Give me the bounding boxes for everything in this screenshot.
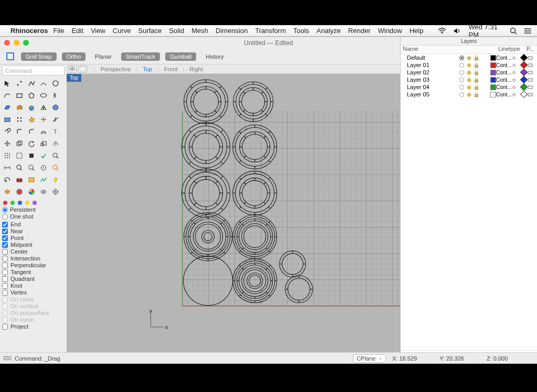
tool-points-on[interactable] — [14, 114, 25, 125]
layer-linetype[interactable]: Cont...◇ — [496, 55, 521, 61]
menu-solid[interactable]: Solid — [169, 27, 184, 35]
tool-zoom-extents[interactable] — [26, 162, 37, 173]
layer-color-swatch[interactable] — [490, 55, 496, 61]
tool-analyze[interactable] — [38, 175, 49, 185]
tool-rectangle[interactable] — [14, 90, 25, 101]
tool-properties[interactable] — [14, 187, 25, 197]
tool-chamfer[interactable] — [26, 126, 37, 137]
layer-color-swatch[interactable] — [490, 62, 496, 68]
tool-pointer[interactable] — [2, 78, 13, 89]
tool-zoom-selected[interactable] — [50, 162, 61, 173]
layer-color-swatch[interactable] — [490, 77, 496, 83]
sidebar-toggle-icon[interactable] — [4, 51, 16, 62]
menu-surface[interactable]: Surface — [138, 27, 162, 35]
menubar-clock[interactable]: Wed 7:31 PM — [468, 23, 502, 39]
tool-extrude[interactable] — [14, 102, 25, 113]
tool-join[interactable] — [2, 126, 13, 137]
menu-file[interactable]: File — [53, 27, 65, 35]
layer-print-width-icon[interactable] — [528, 84, 533, 90]
cplane-dropdown[interactable]: CPlane⌄ — [353, 354, 386, 363]
layer-print-color[interactable] — [520, 54, 528, 61]
tool-split[interactable] — [50, 114, 61, 125]
layer-lock-icon[interactable] — [474, 84, 479, 90]
layer-visible-icon[interactable] — [466, 62, 472, 68]
tool-render[interactable] — [14, 175, 25, 185]
tool-copy[interactable] — [14, 138, 25, 149]
app-name[interactable]: Rhinoceros — [10, 27, 48, 35]
viewport-layout-1[interactable] — [78, 66, 87, 73]
layer-current-icon[interactable] — [459, 70, 465, 75]
layer-print-color[interactable] — [520, 61, 528, 69]
tool-curve[interactable] — [38, 78, 49, 89]
tool-layers[interactable] — [2, 187, 13, 197]
layer-color-swatch[interactable] — [490, 84, 496, 90]
tool-arc[interactable] — [2, 90, 13, 101]
tool-rotate[interactable] — [26, 138, 37, 149]
tool-ellipse[interactable] — [38, 90, 49, 101]
layer-print-color[interactable] — [520, 69, 528, 76]
tool-text[interactable]: T — [50, 126, 61, 137]
tool-surface[interactable] — [2, 102, 13, 113]
layer-color-swatch[interactable] — [490, 92, 496, 97]
tool-light[interactable] — [50, 175, 61, 185]
layers-col-name[interactable]: Name — [401, 46, 459, 53]
tool-helix[interactable] — [50, 90, 61, 101]
planar-toggle[interactable]: Planar — [91, 52, 116, 61]
window-zoom-button[interactable] — [23, 40, 29, 46]
tool-mirror[interactable] — [50, 138, 61, 149]
menu-mesh[interactable]: Mesh — [191, 27, 208, 35]
menu-edit[interactable]: Edit — [71, 27, 83, 35]
layer-visible-icon[interactable] — [466, 70, 472, 75]
osnap-end[interactable]: End — [2, 221, 65, 227]
layer-linetype[interactable]: Cont...◇ — [496, 84, 521, 90]
layer-linetype[interactable]: Cont...◇ — [496, 77, 521, 83]
layer-current-icon[interactable] — [459, 77, 465, 83]
tool-dimension[interactable] — [2, 162, 13, 173]
tool-shade[interactable] — [26, 175, 37, 185]
layer-linetype[interactable]: Cont...◇ — [496, 62, 521, 68]
tool-scale[interactable] — [38, 138, 49, 149]
smarttrack-toggle[interactable]: SmartTrack — [121, 52, 160, 61]
menu-analyze[interactable]: Analyze — [317, 27, 341, 35]
viewport-label[interactable]: Top — [67, 74, 81, 82]
layer-current-icon[interactable] — [459, 84, 465, 90]
layer-lock-icon[interactable] — [474, 92, 479, 97]
view-tab-perspective[interactable]: Perspective — [101, 66, 131, 72]
osnap-persistent[interactable]: Persistent — [2, 206, 36, 213]
tool-group[interactable] — [14, 150, 25, 161]
layer-print-color[interactable] — [520, 76, 528, 83]
window-minimize-button[interactable] — [14, 40, 19, 46]
tool-mesh[interactable] — [38, 102, 49, 113]
tool-box[interactable] — [26, 102, 37, 113]
tool-trim[interactable] — [38, 114, 49, 125]
tool-explode[interactable] — [26, 114, 37, 125]
layer-visible-icon[interactable] — [466, 92, 472, 97]
menu-help[interactable]: Help — [410, 27, 424, 35]
layer-lock-icon[interactable] — [474, 62, 479, 68]
layer-lock-icon[interactable] — [474, 55, 479, 61]
layer-visible-icon[interactable] — [466, 84, 472, 90]
viewport-layout-4[interactable] — [68, 66, 77, 73]
tool-check[interactable] — [38, 150, 49, 161]
spotlight-icon[interactable] — [510, 27, 517, 35]
tool-point[interactable] — [14, 78, 25, 89]
volume-icon[interactable] — [454, 28, 461, 34]
layer-color-swatch[interactable] — [490, 70, 496, 75]
tool-offset[interactable] — [38, 126, 49, 137]
osnap-project[interactable]: Project — [2, 323, 65, 330]
layer-current-icon[interactable] — [459, 55, 465, 61]
window-close-button[interactable] — [4, 40, 10, 46]
tool-edit-surface[interactable] — [2, 114, 13, 125]
layer-current-icon[interactable] — [459, 92, 465, 97]
layer-print-width-icon[interactable] — [528, 55, 533, 60]
ortho-toggle[interactable]: Ortho — [62, 52, 86, 61]
layer-lock-icon[interactable] — [474, 70, 479, 75]
layer-row[interactable]: Default Cont...◇ — [401, 54, 537, 61]
layer-print-width-icon[interactable] — [528, 62, 533, 68]
tool-polyline[interactable] — [26, 78, 37, 89]
layers-col-linetype[interactable]: Linetype — [498, 46, 527, 53]
osnap-near[interactable]: Near — [2, 228, 65, 234]
layer-linetype[interactable]: Cont...◇ — [496, 92, 521, 97]
menu-render[interactable]: Render — [348, 27, 371, 35]
layer-row[interactable]: Layer 02 Cont...◇ — [401, 69, 537, 76]
